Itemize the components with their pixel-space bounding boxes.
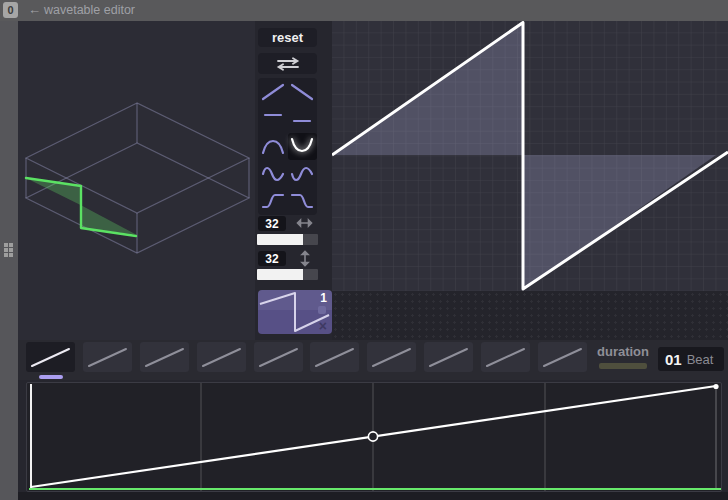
wave-height-value[interactable]: 32 — [258, 251, 286, 266]
shape-flat-low-button[interactable] — [288, 105, 318, 132]
sine-icon — [260, 164, 286, 184]
back-arrow-icon[interactable]: ← — [28, 2, 41, 17]
flat-high-icon — [260, 109, 286, 129]
selected-keyframe-underline — [39, 375, 63, 379]
shape-ramp-down-button[interactable] — [288, 78, 318, 105]
keyframe-thumbnail[interactable] — [310, 342, 359, 372]
timeline-strip — [332, 291, 728, 340]
duration-slider[interactable] — [599, 363, 647, 369]
shape-hump-up-button[interactable] — [258, 133, 288, 160]
swap-icon — [272, 57, 304, 71]
envelope-editor[interactable] — [26, 382, 722, 492]
duplicate-icon[interactable] — [318, 306, 326, 314]
wavetable-slot-tile[interactable]: 1 × — [258, 290, 332, 334]
left-sidebar — [0, 21, 18, 500]
shape-smoothstep-up-button[interactable] — [258, 188, 288, 215]
ramp-down-icon — [289, 82, 315, 102]
envelope-canvas — [27, 383, 721, 491]
keyframe-thumbnail[interactable] — [538, 342, 587, 372]
beat-value: 01 — [665, 351, 682, 368]
smoothstep-down-icon — [289, 191, 315, 211]
wave-grid-canvas — [332, 21, 728, 291]
shape-hump-down-button[interactable] — [288, 133, 318, 160]
shape-sine-inverted-button[interactable] — [288, 160, 318, 187]
keyframe-thumbnail[interactable] — [481, 342, 530, 372]
beat-value-box[interactable]: 01 Beat — [658, 347, 724, 371]
ramp-up-icon — [260, 82, 286, 102]
keyframe-thumbnail[interactable] — [424, 342, 473, 372]
hump-up-icon — [260, 136, 286, 156]
keyframe-thumbnail[interactable] — [197, 342, 246, 372]
envelope-end-point[interactable] — [713, 384, 718, 389]
keyframe-thumbnail[interactable] — [26, 342, 75, 372]
smoothstep-up-icon — [260, 191, 286, 211]
keyframe-thumbnail[interactable] — [140, 342, 189, 372]
wave-grid-editor[interactable] — [332, 21, 728, 291]
wave-width-value[interactable]: 32 — [258, 216, 286, 231]
shape-palette — [258, 78, 317, 215]
flat-low-icon — [289, 109, 315, 129]
beat-unit: Beat — [687, 352, 714, 367]
slot-number-badge: 1 — [320, 291, 327, 305]
bottom-strip — [18, 492, 728, 500]
close-icon[interactable]: × — [319, 319, 327, 333]
keyframe-thumbnail[interactable] — [83, 342, 132, 372]
shape-ramp-up-button[interactable] — [258, 78, 288, 105]
keyframe-thumbnail[interactable] — [367, 342, 416, 372]
wavetable-3d-view[interactable] — [18, 21, 255, 340]
shape-smoothstep-down-button[interactable] — [288, 188, 318, 215]
drag-grip-icon[interactable] — [4, 243, 14, 257]
swap-button[interactable] — [258, 53, 317, 74]
hump-down-icon — [289, 136, 315, 156]
envelope-point-marker[interactable] — [368, 432, 377, 441]
duration-label: duration — [597, 344, 649, 359]
wave-height-slider[interactable] — [257, 269, 318, 280]
module-number-badge: 0 — [3, 2, 18, 18]
page-title: wavetable editor — [44, 3, 135, 17]
shape-sine-button[interactable] — [258, 160, 288, 187]
horizontal-resize-icon — [296, 217, 313, 229]
vertical-resize-icon — [299, 250, 311, 267]
wave-width-slider[interactable] — [257, 234, 318, 245]
reset-button[interactable]: reset — [258, 28, 317, 47]
wavetable-3d-wireframe — [18, 21, 255, 340]
shape-flat-high-button[interactable] — [258, 105, 288, 132]
app-header: 0 ← wavetable editor — [0, 0, 728, 21]
keyframe-thumbnail[interactable] — [254, 342, 303, 372]
sine-inverted-icon — [289, 164, 315, 184]
